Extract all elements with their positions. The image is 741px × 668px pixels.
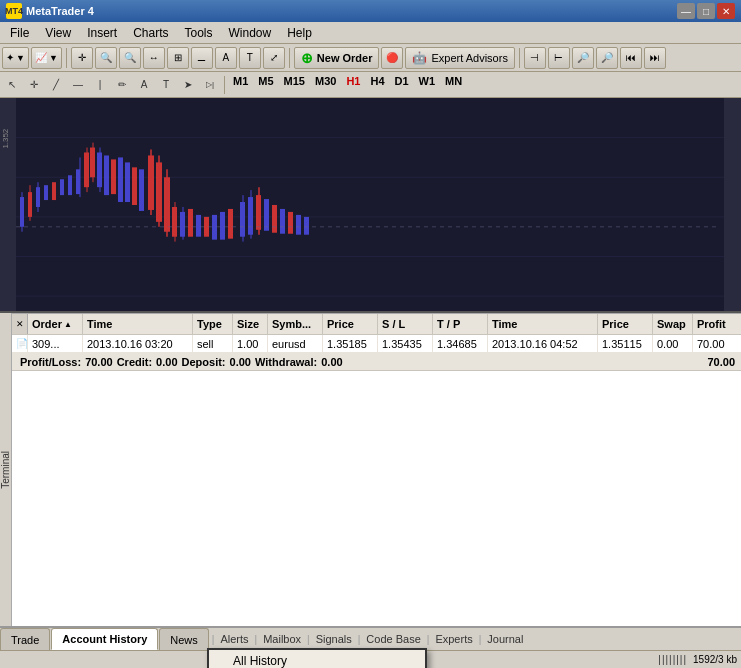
svg-rect-41 — [196, 215, 201, 237]
chart-area[interactable]: 1.352 — [0, 98, 741, 313]
td-time2-val: 2013.10.16 04:52 — [492, 338, 578, 350]
svg-rect-28 — [132, 167, 137, 205]
drawing-toolbar: ↖ ✛ ╱ — | ✏ A T ➤ ▷| M1 M5 M15 M30 H1 H4… — [0, 72, 741, 98]
tf-m15[interactable]: M15 — [280, 75, 309, 95]
title-bar-left: MT4 MetaTrader 4 — [6, 3, 94, 19]
dt-crosshair[interactable]: ✛ — [24, 75, 44, 95]
memory-label: 1592/3 kb — [693, 654, 737, 665]
tab-sep-4: | — [356, 634, 363, 645]
th-time2[interactable]: Time — [488, 314, 598, 334]
dt-vline[interactable]: | — [90, 75, 110, 95]
th-type[interactable]: Type — [193, 314, 233, 334]
th-profit-label: Profit — [697, 318, 726, 330]
th-order[interactable]: Order ▲ — [28, 314, 83, 334]
credit-label: Credit: — [117, 356, 152, 368]
table-header: ✕ Order ▲ Time Type Size Symb... — [12, 313, 741, 335]
tb-next[interactable]: ⏭ — [644, 47, 666, 69]
tb-text[interactable]: T — [239, 47, 261, 69]
tb-crosshair[interactable]: ✛ — [71, 47, 93, 69]
td-time: 2013.10.16 03:20 — [83, 335, 193, 352]
th-price[interactable]: Price — [323, 314, 378, 334]
tab-code-base[interactable]: Code Base — [362, 633, 424, 645]
tf-mn[interactable]: MN — [441, 75, 466, 95]
pl-value: 70.00 — [85, 356, 113, 368]
tf-w1[interactable]: W1 — [415, 75, 440, 95]
menu-file[interactable]: File — [2, 24, 37, 42]
svg-rect-57 — [304, 217, 309, 235]
tf-d1[interactable]: D1 — [391, 75, 413, 95]
th-sl[interactable]: S / L — [378, 314, 433, 334]
tb-lines[interactable]: ⤢ — [263, 47, 285, 69]
minimize-button[interactable]: — — [677, 3, 695, 19]
td-profit-val: 70.00 — [697, 338, 725, 350]
th-symbol[interactable]: Symb... — [268, 314, 323, 334]
th-time[interactable]: Time — [83, 314, 193, 334]
tab-alerts[interactable]: Alerts — [216, 633, 252, 645]
ctx-all-history[interactable]: All History — [209, 650, 425, 668]
tb-new[interactable]: ✦ ▼ — [2, 47, 29, 69]
tb-zoom-in2[interactable]: 🔎 — [572, 47, 594, 69]
tb-indicators[interactable]: A — [215, 47, 237, 69]
context-menu: All History Last 3 Months Last Month ⚙ C… — [207, 648, 427, 668]
th-profit[interactable]: Profit — [693, 314, 741, 334]
tb-chart-type[interactable]: ⚊ — [191, 47, 213, 69]
svg-rect-43 — [212, 215, 217, 240]
tf-h4[interactable]: H4 — [366, 75, 388, 95]
tf-m30[interactable]: M30 — [311, 75, 340, 95]
table-row[interactable]: 📄 309... 2013.10.16 03:20 sell 1.00 euru… — [12, 335, 741, 353]
close-button[interactable]: ✕ — [717, 3, 735, 19]
menu-view[interactable]: View — [37, 24, 79, 42]
th-order-label: Order — [32, 318, 62, 330]
svg-rect-55 — [288, 212, 293, 234]
close-col[interactable]: ✕ — [12, 314, 28, 334]
menu-help[interactable]: Help — [279, 24, 320, 42]
dt-fib[interactable]: ▷| — [200, 75, 220, 95]
tb-zoom-in[interactable]: 🔍 — [95, 47, 117, 69]
tb-chart-shift[interactable]: ⊣ — [524, 47, 546, 69]
maximize-button[interactable]: □ — [697, 3, 715, 19]
tb-templates[interactable]: 📈 ▼ — [31, 47, 62, 69]
svg-rect-15 — [68, 175, 72, 195]
plus-icon: ✦ — [6, 52, 14, 63]
tab-signals[interactable]: Signals — [312, 633, 356, 645]
svg-rect-14 — [60, 179, 64, 195]
dt-sep — [224, 76, 225, 94]
tb-stop[interactable]: 🔴 — [381, 47, 403, 69]
tf-m5[interactable]: M5 — [254, 75, 277, 95]
new-order-button[interactable]: ⊕ New Order — [294, 47, 380, 69]
menu-insert[interactable]: Insert — [79, 24, 125, 42]
menu-tools[interactable]: Tools — [177, 24, 221, 42]
tab-account-history[interactable]: Account History — [51, 628, 158, 650]
tb-zoom-out2[interactable]: 🔎 — [596, 47, 618, 69]
menu-window[interactable]: Window — [221, 24, 280, 42]
title-bar-controls: — □ ✕ — [677, 3, 735, 19]
tab-trade[interactable]: Trade — [0, 628, 50, 650]
tf-m1[interactable]: M1 — [229, 75, 252, 95]
dt-line[interactable]: ╱ — [46, 75, 66, 95]
dt-draw[interactable]: ✏ — [112, 75, 132, 95]
expert-advisors-button[interactable]: 🤖 Expert Advisors — [405, 47, 514, 69]
new-order-label: New Order — [317, 52, 373, 64]
tb-prev[interactable]: ⏮ — [620, 47, 642, 69]
tb-scroll[interactable]: ↔ — [143, 47, 165, 69]
menu-charts[interactable]: Charts — [125, 24, 176, 42]
tab-mailbox[interactable]: Mailbox — [259, 633, 305, 645]
dt-label[interactable]: T — [156, 75, 176, 95]
dt-text[interactable]: A — [134, 75, 154, 95]
dt-cursor[interactable]: ↖ — [2, 75, 22, 95]
total-value: 70.00 — [707, 356, 735, 368]
tb-zoom-out[interactable]: 🔍 — [119, 47, 141, 69]
th-size[interactable]: Size — [233, 314, 268, 334]
tb-auto-scroll[interactable]: ⊢ — [548, 47, 570, 69]
th-tp[interactable]: T / P — [433, 314, 488, 334]
tab-journal[interactable]: Journal — [483, 633, 527, 645]
th-price2[interactable]: Price — [598, 314, 653, 334]
tb-period[interactable]: ⊞ — [167, 47, 189, 69]
th-swap[interactable]: Swap — [653, 314, 693, 334]
dt-arrow[interactable]: ➤ — [178, 75, 198, 95]
tab-experts[interactable]: Experts — [431, 633, 476, 645]
credit-value: 0.00 — [156, 356, 177, 368]
tab-news[interactable]: News — [159, 628, 209, 650]
dt-hline[interactable]: — — [68, 75, 88, 95]
tf-h1[interactable]: H1 — [342, 75, 364, 95]
